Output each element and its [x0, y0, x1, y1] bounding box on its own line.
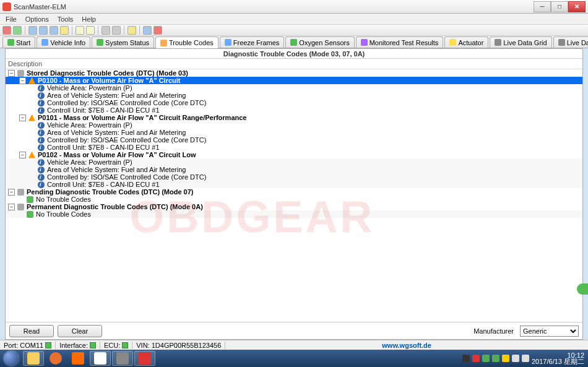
folder-icon: [27, 352, 40, 365]
tree-detail-row[interactable]: No Trouble Codes: [6, 210, 582, 218]
tree-detail-row[interactable]: Controlled by: ISO/SAE Controlled Code (…: [6, 173, 582, 181]
meter-icon: [558, 39, 565, 46]
tb-grid-icon[interactable]: [28, 26, 37, 35]
tray-icon[interactable]: [492, 355, 499, 362]
task-app2[interactable]: [112, 351, 133, 366]
task-firefox[interactable]: [45, 351, 66, 366]
maximize-button[interactable]: □: [551, 1, 568, 12]
tree-detail-row[interactable]: Controll Unit: $7E8 - CAN-ID ECU #1: [6, 106, 582, 114]
tb-exit-icon[interactable]: [153, 26, 162, 35]
manufacturer-select[interactable]: Generic: [520, 326, 579, 337]
task-app1[interactable]: [90, 351, 111, 366]
tree-code-row[interactable]: −P0101 - Mass or Volume Air Flow "A" Cir…: [6, 114, 582, 121]
status-link[interactable]: www.wgsoft.de: [382, 342, 431, 349]
tree-detail-row[interactable]: Controlled by: ISO/SAE Controlled Code (…: [6, 136, 582, 144]
tb-doc-icon[interactable]: [76, 26, 84, 35]
tree-detail-row[interactable]: Vehicle Area: Powertrain (P): [6, 84, 582, 92]
tray-icon[interactable]: [462, 355, 470, 362]
tray-icon[interactable]: [502, 355, 509, 362]
window-title: ScanMaster-ELM: [14, 3, 534, 11]
tb-bulb-icon[interactable]: [128, 26, 136, 35]
tree-code-row[interactable]: −P0102 - Mass or Volume Air Flow "A" Cir…: [6, 151, 582, 158]
tb-clip-icon[interactable]: [86, 26, 95, 35]
ok-icon: [27, 196, 33, 203]
tab-monitored[interactable]: Monitored Test Results: [356, 37, 444, 48]
close-button[interactable]: ✕: [568, 1, 586, 12]
tree-detail-row[interactable]: Area of Vehicle System: Fuel and Air Met…: [6, 92, 582, 99]
monitor-icon: [361, 39, 368, 46]
titlebar: ScanMaster-ELM ─ □ ✕: [0, 0, 588, 14]
menu-tools[interactable]: Tools: [53, 14, 78, 24]
info-icon: [38, 85, 45, 92]
menu-help[interactable]: Help: [77, 14, 100, 24]
volume-icon[interactable]: [522, 355, 529, 362]
system-tray: 10:12 2017/6/13 星期二: [459, 352, 588, 365]
task-taobao[interactable]: [67, 351, 89, 366]
menu-file[interactable]: File: [1, 14, 21, 24]
start-button[interactable]: [0, 350, 22, 367]
led-icon: [45, 342, 51, 348]
taskbar: 10:12 2017/6/13 星期二: [0, 350, 588, 367]
task-app3[interactable]: [134, 351, 155, 366]
minimize-button[interactable]: ─: [534, 1, 551, 12]
tree-detail-row[interactable]: Controll Unit: $7E8 - CAN-ID ECU #1: [6, 144, 582, 151]
tb-plug-icon[interactable]: [102, 26, 110, 35]
collapse-icon[interactable]: −: [19, 114, 26, 121]
status-ecu-label: ECU:: [104, 342, 120, 349]
tabbar: Start Vehicle Info System Status Trouble…: [0, 36, 588, 48]
tray-icon[interactable]: [472, 355, 480, 362]
tree-detail-row[interactable]: Controll Unit: $7E8 - CAN-ID ECU #1: [6, 181, 582, 188]
tree-detail-row[interactable]: Area of Vehicle System: Fuel and Air Met…: [6, 166, 582, 173]
tab-trouble-codes[interactable]: Trouble Codes: [155, 37, 218, 48]
tb-chip-icon[interactable]: [112, 26, 121, 35]
clear-button[interactable]: Clear: [58, 325, 102, 337]
tree-permanent-header[interactable]: −Permanent Diagnostic Trouble Codes (DTC…: [6, 203, 582, 210]
tray-icon[interactable]: [482, 355, 490, 362]
tree-detail-row[interactable]: Controlled by: ISO/SAE Controlled Code (…: [6, 99, 582, 106]
collapse-icon[interactable]: −: [19, 152, 26, 158]
windows-orb-icon: [4, 351, 19, 366]
tree-pending-header[interactable]: −Pending Diagnostic Trouble Codes (DTC) …: [6, 188, 582, 196]
task-explorer[interactable]: [23, 351, 44, 366]
tb-chart-icon[interactable]: [50, 26, 58, 35]
tb-meter-icon[interactable]: [39, 26, 48, 35]
info-icon: [38, 174, 45, 181]
tab-live-meter[interactable]: Live Data Meter: [553, 37, 588, 48]
ok-icon: [27, 211, 33, 218]
warning-icon: [28, 152, 35, 158]
helper-fab[interactable]: [577, 283, 588, 295]
tb-info-icon[interactable]: [143, 26, 152, 35]
clock[interactable]: 10:12 2017/6/13 星期二: [532, 352, 584, 365]
tray-icon[interactable]: [512, 355, 519, 362]
warning-icon: [28, 77, 35, 84]
tb-connect-icon[interactable]: [13, 26, 22, 35]
tb-gear-icon[interactable]: [60, 26, 69, 35]
tree-detail-row[interactable]: No Trouble Codes: [6, 196, 582, 203]
tab-oxygen[interactable]: Oxygen Sensors: [285, 37, 354, 48]
dtc-tree[interactable]: −Stored Diagnostic Trouble Codes (DTC) (…: [6, 69, 582, 322]
collapse-icon[interactable]: −: [8, 70, 15, 77]
tb-stop-icon[interactable]: [2, 26, 11, 35]
tab-start[interactable]: Start: [2, 37, 35, 48]
tab-live-grid[interactable]: Live Data Grid: [490, 37, 551, 48]
info-icon: [38, 100, 45, 106]
tab-vehicle-info[interactable]: Vehicle Info: [37, 37, 90, 48]
tab-actuator[interactable]: Actuator: [444, 37, 488, 48]
tree-code-row[interactable]: −P0100 - Mass or Volume Air Flow "A" Cir…: [6, 77, 582, 84]
tree-detail-row[interactable]: Vehicle Area: Powertrain (P): [6, 158, 582, 166]
tree-detail-row[interactable]: Area of Vehicle System: Fuel and Air Met…: [6, 129, 582, 136]
status-icon: [97, 39, 103, 46]
collapse-icon[interactable]: −: [8, 189, 15, 196]
tree-detail-row[interactable]: Vehicle Area: Powertrain (P): [6, 121, 582, 129]
freeze-icon: [225, 39, 231, 46]
app-icon: [94, 352, 106, 365]
menu-options[interactable]: Options: [21, 14, 53, 24]
read-button[interactable]: Read: [9, 325, 54, 337]
info-icon: [38, 137, 45, 144]
info-icon: [38, 166, 45, 173]
collapse-icon[interactable]: −: [19, 77, 26, 84]
tree-stored-header[interactable]: −Stored Diagnostic Trouble Codes (DTC) (…: [6, 69, 582, 77]
tab-freeze-frames[interactable]: Freeze Frames: [220, 37, 285, 48]
tab-system-status[interactable]: System Status: [92, 37, 154, 48]
collapse-icon[interactable]: −: [8, 204, 15, 210]
